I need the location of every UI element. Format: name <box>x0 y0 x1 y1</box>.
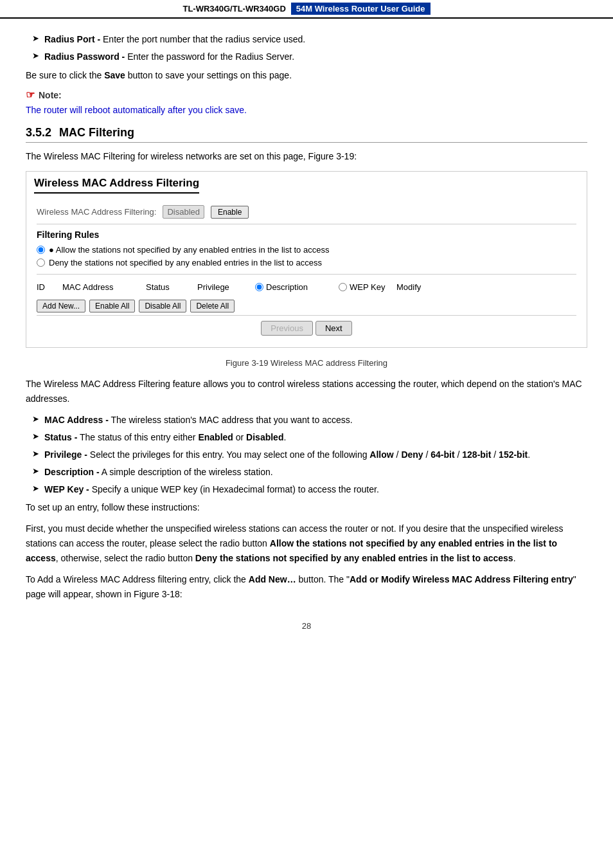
arrow-icon: ➤ <box>32 33 39 43</box>
radius-password-label: Radius Password - <box>44 51 125 62</box>
filter-status-label: Wireless MAC Address Filtering: <box>37 207 156 217</box>
arrow-icon-2: ➤ <box>32 51 39 60</box>
bullet-radius-port-text: Radius Port - Enter the port number that… <box>44 33 305 46</box>
page-number: 28 <box>26 621 587 637</box>
bullet-privilege-text: Privilege - Select the privileges for th… <box>44 448 530 462</box>
bullet-wep-text: WEP Key - Specify a unique WEP key (in H… <box>44 483 379 496</box>
bullet-status: ➤ Status - The status of this entry eith… <box>26 431 587 444</box>
widget-title: Wireless MAC Address Filtering <box>34 177 199 194</box>
section-num: 3.5.2 <box>26 126 51 140</box>
mac-label: MAC Address - <box>44 415 109 425</box>
section-heading: 3.5.2 MAC Filtering <box>26 126 587 143</box>
filtering-rules-title: Filtering Rules <box>37 230 576 240</box>
section-title: MAC Filtering <box>59 126 134 140</box>
next-button[interactable]: Next <box>315 321 352 336</box>
filter-status-row: Wireless MAC Address Filtering: Disabled… <box>37 201 576 224</box>
add-new-button[interactable]: Add New... <box>37 300 85 312</box>
para1: First, you must decide whether the unspe… <box>26 521 587 566</box>
nav-btn-row: Previous Next <box>37 315 576 339</box>
enable-button[interactable]: Enable <box>211 206 249 219</box>
col-status: Status <box>146 282 197 292</box>
bullet-privilege: ➤ Privilege - Select the privileges for … <box>26 448 587 462</box>
privilege-label-b: Privilege - <box>44 449 87 460</box>
col-privilege: Privilege <box>197 282 255 292</box>
radio-description[interactable] <box>255 283 263 291</box>
save-note: Be sure to click the Save button to save… <box>26 69 587 82</box>
arrow-icon-6: ➤ <box>32 466 39 476</box>
status-disabled-badge: Disabled <box>163 205 204 219</box>
figure-caption: Figure 3-19 Wireless MAC address Filteri… <box>26 358 587 368</box>
intro-text: The Wireless MAC Filtering for wireless … <box>26 149 587 163</box>
radius-port-label: Radius Port - <box>44 34 100 44</box>
description-label-b: Description - <box>44 467 100 477</box>
bullet-wep: ➤ WEP Key - Specify a unique WEP key (in… <box>26 483 587 496</box>
radio-deny-label: Deny the stations not specified by any e… <box>49 258 322 267</box>
col-description: Description <box>255 282 339 292</box>
previous-button[interactable]: Previous <box>261 321 313 336</box>
bullet-radius-password-text: Radius Password - Enter the password for… <box>44 50 294 64</box>
bullet-description: ➤ Description - A simple description of … <box>26 466 587 479</box>
radio-allow-row: ● Allow the stations not specified by an… <box>37 245 576 255</box>
col-mac: MAC Address <box>62 282 146 292</box>
note-text: The router will reboot automatically aft… <box>26 104 587 117</box>
table-header-row: ID MAC Address Status Privilege Descript… <box>37 280 576 294</box>
delete-all-button[interactable]: Delete All <box>190 300 235 312</box>
bullet-radius-port: ➤ Radius Port - Enter the port number th… <box>26 33 587 46</box>
status-label-b: Status - <box>44 432 77 442</box>
col-modify: Modify <box>396 282 576 292</box>
table-section: ID MAC Address Status Privilege Descript… <box>37 274 576 312</box>
bullet-mac-address: ➤ MAC Address - The wireless station's M… <box>26 413 587 427</box>
wep-label-b: WEP Key - <box>44 484 89 494</box>
radio-allow-label: ● Allow the stations not specified by an… <box>49 245 329 255</box>
arrow-icon-7: ➤ <box>32 484 39 493</box>
description-para: The Wireless MAC Address Filtering featu… <box>26 377 587 406</box>
header-title: 54M Wireless Router User Guide <box>291 3 431 15</box>
instructions-intro: To set up an entry, follow these instruc… <box>26 500 587 515</box>
widget-title-bar: Wireless MAC Address Filtering <box>26 172 587 196</box>
radio-deny[interactable] <box>37 258 45 267</box>
col-id: ID <box>37 282 62 292</box>
note-section: ☞ Note: The router will reboot automatic… <box>26 89 587 117</box>
bullet-status-text: Status - The status of this entry either… <box>44 431 286 444</box>
enable-all-button[interactable]: Enable All <box>89 300 135 312</box>
header-model: TL-WR340G/TL-WR340GD <box>182 4 285 14</box>
filtering-rules: Filtering Rules ● Allow the stations not… <box>37 224 576 339</box>
radio-wep[interactable] <box>339 283 347 291</box>
bullet-mac-text: MAC Address - The wireless station's MAC… <box>44 413 353 427</box>
bullet-description-text: Description - A simple description of th… <box>44 466 273 479</box>
para2: To Add a Wireless MAC Address filtering … <box>26 572 587 602</box>
note-label: ☞ Note: <box>26 89 587 101</box>
radio-deny-row: Deny the stations not specified by any e… <box>37 258 576 267</box>
arrow-icon-5: ➤ <box>32 449 39 458</box>
bullet-radius-password: ➤ Radius Password - Enter the password f… <box>26 50 587 64</box>
table-btn-row: Add New... Enable All Disable All Delete… <box>37 300 576 312</box>
arrow-icon-3: ➤ <box>32 414 39 424</box>
radio-allow[interactable] <box>37 246 45 254</box>
col-wep-key: WEP Key <box>339 282 396 292</box>
disable-all-button[interactable]: Disable All <box>139 300 186 312</box>
note-icon: ☞ <box>26 89 35 101</box>
mac-filter-widget: Wireless MAC Address Filtering Wireless … <box>26 171 587 348</box>
main-content: ➤ Radius Port - Enter the port number th… <box>0 26 613 650</box>
widget-body: Wireless MAC Address Filtering: Disabled… <box>26 196 587 347</box>
page-header: TL-WR340G/TL-WR340GD 54M Wireless Router… <box>0 0 613 19</box>
arrow-icon-4: ➤ <box>32 431 39 441</box>
